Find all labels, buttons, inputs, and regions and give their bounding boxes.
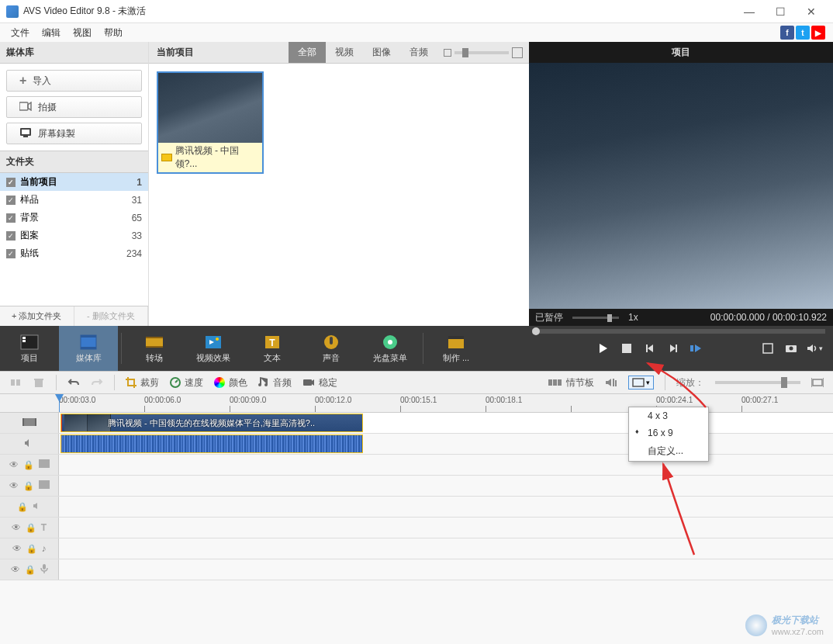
folder-item-backgrounds[interactable]: ✓背景65 [0, 209, 148, 227]
svg-point-20 [388, 340, 392, 345]
video-clip[interactable]: 腾讯视频 - 中国领先的在线视频媒体平台,海里高清视?.. [60, 414, 363, 432]
storyboard-button[interactable]: 情节板 [548, 376, 594, 390]
menu-view[interactable]: 视图 [67, 25, 98, 41]
color-wheel-icon [214, 377, 225, 388]
lock-icon[interactable]: 🔒 [25, 565, 36, 575]
aspect-4x3[interactable]: 4 x 3 [629, 407, 708, 424]
menu-edit[interactable]: 编辑 [36, 25, 67, 41]
speed-button[interactable]: 速度 [170, 376, 203, 390]
svg-rect-6 [22, 340, 26, 342]
media-item-label: 腾讯视频 - 中国领?... [175, 144, 259, 171]
audio-clip[interactable] [60, 435, 363, 453]
media-lib-header: 媒体库 [0, 42, 148, 64]
svg-rect-37 [553, 379, 557, 386]
svg-rect-38 [558, 379, 562, 386]
fit-timeline-button[interactable] [811, 377, 824, 388]
minimize-button[interactable]: — [734, 1, 765, 23]
lock-icon[interactable]: 🔒 [26, 523, 36, 533]
current-project-title: 当前项目 [149, 42, 202, 63]
play-button[interactable] [593, 338, 614, 359]
tab-video-effects[interactable]: 视频效果 [184, 326, 243, 371]
volume-button[interactable]: ▾ [804, 338, 825, 359]
tab-project[interactable]: 项目 [0, 326, 59, 371]
facebook-icon[interactable]: f [780, 26, 794, 40]
menu-file[interactable]: 文件 [5, 25, 36, 41]
track-voice: 👁🔒 [0, 559, 833, 580]
filter-image[interactable]: 图像 [363, 42, 400, 63]
aspect-custom[interactable]: 自定义... [629, 441, 708, 461]
color-button[interactable]: 颜色 [214, 376, 247, 390]
playhead[interactable] [59, 394, 60, 413]
camera-icon [19, 102, 32, 113]
crop-button[interactable]: 裁剪 [126, 376, 159, 390]
playback-scrubber[interactable] [532, 329, 825, 334]
video-badge-icon [161, 154, 172, 161]
import-button[interactable]: + 导入 [6, 70, 142, 92]
tab-text[interactable]: T 文本 [243, 326, 302, 371]
svg-rect-5 [22, 337, 26, 339]
twitter-icon[interactable]: t [796, 26, 810, 40]
timecode-current: 00:00:00.000 [710, 312, 765, 323]
play-range-button[interactable] [686, 338, 707, 359]
filter-audio[interactable]: 音频 [400, 42, 437, 63]
close-button[interactable]: ✕ [796, 1, 827, 23]
tab-media-library[interactable]: 媒体库 [59, 326, 118, 371]
speed-slider[interactable] [572, 317, 619, 319]
zoom-large-icon[interactable] [512, 47, 523, 58]
folder-item-patterns[interactable]: ✓图案33 [0, 227, 148, 244]
audio-button[interactable]: 音频 [258, 376, 292, 390]
media-item[interactable]: 腾讯视频 - 中国领?... [157, 71, 264, 174]
screen-record-button[interactable]: 屏幕録製 [6, 123, 142, 144]
lock-icon[interactable]: 🔒 [26, 544, 37, 554]
capture-button[interactable]: 拍摄 [6, 96, 142, 118]
tab-disc-menu[interactable]: 光盘菜单 [361, 326, 420, 371]
tab-transitions[interactable]: 转场 [125, 326, 184, 371]
tab-produce[interactable]: 制作 ... [427, 326, 486, 371]
add-folder-button[interactable]: + 添加文件夹 [0, 306, 74, 326]
tab-audio[interactable]: 声音 [302, 326, 361, 371]
prev-frame-button[interactable] [639, 338, 661, 359]
stabilize-button[interactable]: 稳定 [302, 376, 337, 390]
preview-viewport[interactable] [529, 63, 833, 309]
undo-button[interactable] [67, 377, 80, 388]
next-frame-button[interactable] [662, 338, 684, 359]
split-button[interactable] [9, 376, 22, 389]
eye-icon[interactable]: 👁 [9, 480, 19, 491]
folder-item-current[interactable]: ✓当前项目1 [0, 173, 148, 191]
delete-folder-button[interactable]: - 删除文件夹 [74, 306, 149, 326]
aspect-16x9[interactable]: 16 x 9 [629, 424, 708, 441]
stop-button[interactable] [616, 338, 638, 359]
filmstrip-icon [39, 480, 50, 491]
eye-icon[interactable]: 👁 [12, 543, 22, 554]
maximize-button[interactable]: ☐ [765, 1, 796, 23]
music-icon: ♪ [42, 543, 47, 554]
filter-video[interactable]: 视频 [326, 42, 363, 63]
lock-icon[interactable]: 🔒 [23, 460, 34, 470]
svg-rect-12 [146, 346, 163, 348]
lock-icon[interactable]: 🔒 [17, 502, 28, 512]
eye-icon[interactable]: 👁 [11, 564, 20, 575]
filter-all[interactable]: 全部 [289, 42, 326, 63]
svg-rect-27 [763, 344, 773, 353]
folder-item-stickers[interactable]: ✓贴纸234 [0, 244, 148, 262]
import-label: 导入 [33, 74, 51, 88]
youtube-icon[interactable]: ▶ [811, 26, 825, 40]
folder-item-samples[interactable]: ✓样品31 [0, 191, 148, 209]
delete-button[interactable] [33, 376, 45, 389]
timeline-zoom-slider[interactable] [715, 381, 800, 384]
track-text: 👁🔒T [0, 518, 833, 538]
aspect-ratio-button[interactable]: ▾ [628, 376, 654, 390]
volume-mixer-button[interactable] [605, 377, 617, 388]
eye-icon[interactable]: 👁 [12, 522, 21, 533]
lock-icon[interactable]: 🔒 [23, 481, 34, 491]
zoom-small-icon[interactable] [444, 49, 451, 57]
svg-rect-47 [39, 480, 50, 489]
thumb-zoom-slider[interactable] [455, 51, 509, 54]
redo-button[interactable] [91, 377, 103, 388]
svg-text:T: T [269, 338, 275, 348]
fullscreen-button[interactable] [757, 338, 779, 359]
snapshot-button[interactable] [780, 338, 802, 359]
eye-icon[interactable]: 👁 [9, 459, 19, 470]
playback-status: 已暂停 [535, 311, 563, 324]
menu-help[interactable]: 帮助 [98, 25, 129, 41]
